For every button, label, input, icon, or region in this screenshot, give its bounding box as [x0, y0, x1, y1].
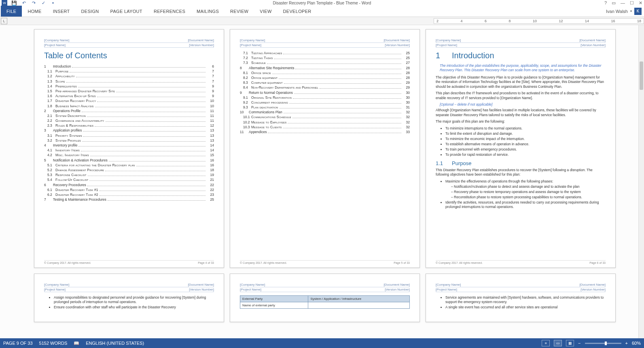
close-icon[interactable]: ✕: [639, 0, 642, 6]
toc-entry[interactable]: 3Application profiles13: [44, 128, 214, 132]
toc-entry[interactable]: 7.1Testing Approaches25: [240, 51, 410, 55]
toc-entry[interactable]: 8.1Office space28: [240, 71, 410, 75]
toc-entry[interactable]: 5.2Damage Assessment Procedure18: [44, 168, 214, 172]
toc-entry[interactable]: 9.2Concurrent processing30: [240, 100, 410, 104]
read-mode-icon[interactable]: ≡: [542, 340, 550, 346]
header-version: [Version Number]: [189, 288, 214, 291]
toc-entry[interactable]: 9.1Original Site Restoration30: [240, 95, 410, 100]
toc-entry[interactable]: 5.1Criteria for activating the Disaster …: [44, 163, 214, 167]
header-project: [Project Name]: [240, 43, 261, 47]
toc-entry[interactable]: 6.1Disaster Recovery Task #122: [44, 188, 214, 192]
toc-entry[interactable]: 4Inventory profile14: [44, 143, 214, 147]
toc-entry[interactable]: 5.4Follow-Up Checklist21: [44, 178, 214, 182]
toc-entry[interactable]: 9Return to Normal Operations30: [240, 91, 410, 95]
toc-entry[interactable]: 4.2Misc. Inventory Items15: [44, 153, 214, 157]
status-page[interactable]: PAGE 9 OF 33: [3, 341, 33, 346]
word-icon: W: [2, 0, 7, 6]
toc-entry[interactable]: 2.3Roles & Responsibilities12: [44, 123, 214, 127]
doc-page-row2-2[interactable]: [Company Name][Document Name] [Project N…: [230, 274, 420, 322]
title-bar: W 💾 ↶ ↷ ✓ ▾ Disaster Recovery Plan Templ…: [0, 0, 644, 6]
zoom-out-icon[interactable]: −: [578, 341, 580, 346]
document-area[interactable]: [Company Name][Document Name] [Project N…: [0, 25, 638, 338]
toc-entry[interactable]: 7.2Testing Tasks25: [240, 56, 410, 60]
zoom-in-icon[interactable]: +: [625, 341, 628, 346]
toc-entry[interactable]: 8Alternative Site Requirements28: [240, 66, 410, 70]
maximize-icon[interactable]: ☐: [630, 0, 634, 6]
phase-item: Reconstitution phase to restore system p…: [451, 195, 606, 199]
toc-entry[interactable]: 1.6Alternative Back-up Sites9: [44, 94, 214, 98]
ruler-mark: 4: [460, 19, 462, 23]
toc-entry[interactable]: 1.5Pre-arranged Disaster Recovery Site9: [44, 89, 214, 93]
toc-entry[interactable]: 2.2Governance and Accountability11: [44, 119, 214, 123]
undo-icon[interactable]: ↶: [21, 0, 27, 6]
tab-page-layout[interactable]: PAGE LAYOUT: [105, 6, 148, 17]
toc-entry[interactable]: 7.3Schedule27: [240, 61, 410, 65]
toc-entry[interactable]: 1.8Business Impact Analysis10: [44, 104, 214, 108]
toc-entry[interactable]: 8.3Computer equipment29: [240, 81, 410, 85]
save-icon[interactable]: 💾: [11, 0, 17, 6]
tab-insert[interactable]: INSERT: [47, 6, 76, 17]
intro-para-1: The objective of this Disaster Recovery …: [436, 75, 606, 89]
doc-page-row2-1[interactable]: [Company Name][Document Name] [Project N…: [34, 274, 224, 322]
status-language[interactable]: ENGLISH (UNITED STATES): [86, 341, 144, 346]
tab-references[interactable]: REFERENCES: [148, 6, 191, 17]
toc-entry[interactable]: 11Appendices33: [240, 130, 410, 134]
doc-page-intro[interactable]: [Company Name][Document Name] [Project N…: [426, 29, 616, 268]
toc-entry[interactable]: 4.1Inventory Items14: [44, 148, 214, 152]
toc-entry[interactable]: 1.2Applicability7: [44, 74, 214, 78]
toc-entry[interactable]: 8.2Office equipment28: [240, 76, 410, 80]
header-project: [Project Name]: [436, 43, 457, 47]
doc-page-toc-2[interactable]: [Company Name][Document Name] [Project N…: [230, 29, 420, 268]
optional-note: [Optional – delete if not applicable]: [440, 102, 606, 106]
toc-entry[interactable]: 7Testing & Maintenance Procedures25: [44, 197, 214, 202]
toc-entry[interactable]: 10.2Message to Employees32: [240, 120, 410, 124]
zoom-slider[interactable]: [585, 343, 621, 344]
toc-entry[interactable]: 6.2Disaster Recovery Task #223: [44, 193, 214, 197]
toc-entry[interactable]: 10.1Communications Schedule32: [240, 115, 410, 119]
horizontal-ruler[interactable]: 2 4 6 8 10 12 14 16 18: [434, 18, 644, 24]
print-layout-icon[interactable]: ▭: [554, 340, 562, 346]
tab-selector[interactable]: L: [1, 18, 7, 24]
web-layout-icon[interactable]: ▦: [566, 340, 574, 346]
minimize-icon[interactable]: —: [621, 0, 625, 6]
check-icon[interactable]: ✓: [40, 0, 46, 6]
toc-entry[interactable]: 2Operations Profile11: [44, 109, 214, 113]
user-account[interactable]: Ivan Walsh ▾ K: [606, 6, 644, 17]
vertical-scrollbar[interactable]: [638, 25, 644, 338]
tab-file[interactable]: FILE: [1, 6, 22, 17]
toc-entry[interactable]: 6Recovery Procedures22: [44, 183, 214, 187]
toc-entry[interactable]: 1.4Prerequisites9: [44, 84, 214, 88]
toc-entry[interactable]: 1.7Disaster Recovery Policy10: [44, 99, 214, 103]
toc-entry[interactable]: 3.2System Profiles13: [44, 138, 214, 142]
doc-page-toc-1[interactable]: [Company Name][Document Name] [Project N…: [34, 29, 224, 268]
toc-entry[interactable]: 10.3Message to Clients32: [240, 125, 410, 129]
tab-home[interactable]: HOME: [22, 6, 47, 17]
help-icon[interactable]: ?: [604, 0, 607, 6]
toc-entry[interactable]: 8.4Non-Recovery Departments and Personne…: [240, 85, 410, 89]
toc-entry[interactable]: 5.3Response Checklist19: [44, 173, 214, 177]
ruler-mark: 16: [611, 19, 615, 23]
goal-item: To minimize interruptions to the normal …: [445, 126, 606, 131]
tab-mailings[interactable]: MAILINGS: [191, 6, 225, 17]
toc-entry[interactable]: 2.1System Description11: [44, 114, 214, 118]
status-words[interactable]: 5152 WORDS: [39, 341, 68, 346]
zoom-level[interactable]: 60%: [632, 341, 641, 346]
tab-review[interactable]: REVIEW: [225, 6, 254, 17]
ribbon-options-icon[interactable]: ▭: [612, 0, 616, 6]
toc-entry[interactable]: 1.3Scope7: [44, 79, 214, 83]
redo-icon[interactable]: ↷: [31, 0, 36, 6]
scrollbar-thumb[interactable]: [640, 62, 643, 90]
toc-entry[interactable]: 9.3Plan deactivation31: [240, 105, 410, 109]
dropdown-icon[interactable]: ▾: [50, 0, 56, 6]
tab-developer[interactable]: DEVELOPER: [278, 6, 317, 17]
doc-page-row2-3[interactable]: [Company Name][Document Name] [Project N…: [426, 274, 616, 322]
toc-entry[interactable]: 3.1Priority Systems13: [44, 134, 214, 138]
toc-entry[interactable]: 1.1Purpose7: [44, 69, 214, 73]
footer-copyright: © Company 2017. All rights reserved.: [44, 261, 91, 264]
toc-entry[interactable]: 5Notification & Activation Procedures16: [44, 158, 214, 162]
tab-design[interactable]: DESIGN: [76, 6, 105, 17]
toc-entry[interactable]: 10Communications Plan32: [240, 110, 410, 114]
toc-entry[interactable]: 1Introduction6: [44, 64, 214, 68]
tab-view[interactable]: VIEW: [254, 6, 277, 17]
proofing-icon[interactable]: 📖: [74, 341, 79, 346]
